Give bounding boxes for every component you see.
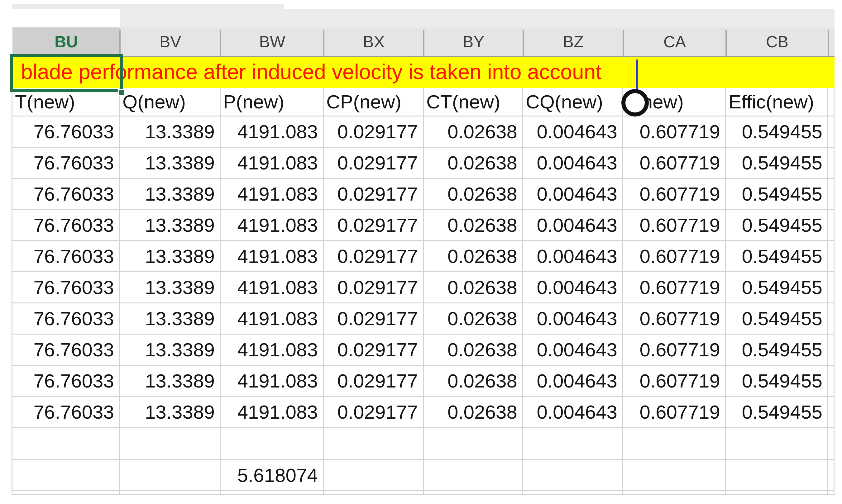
field-header-Tnew[interactable]: T(new): [13, 88, 120, 116]
cell-r3-76.76033[interactable]: 76.76033: [13, 179, 120, 210]
column-header-BW[interactable]: BW: [221, 28, 324, 56]
cell-r3-0.607719[interactable]: 0.607719: [623, 179, 726, 210]
cell-r10-0.004643[interactable]: 0.004643: [523, 397, 623, 428]
column-header-BV[interactable]: BV: [120, 28, 221, 56]
cell-r8-0.549455[interactable]: 0.549455: [726, 335, 828, 366]
cell-r5-4191.083[interactable]: 4191.083: [221, 241, 324, 272]
cell-r5-76.76033[interactable]: 76.76033: [13, 241, 120, 272]
cell-r2-0.004643[interactable]: 0.004643: [523, 148, 623, 179]
cell-r1-0.029177[interactable]: 0.029177: [324, 116, 424, 148]
field-header-Pnew[interactable]: P(new): [221, 88, 324, 116]
cell-r3-0.549455[interactable]: 0.549455: [726, 179, 828, 210]
summary-cell-blank-3[interactable]: [324, 460, 424, 491]
field-header-CTnew[interactable]: CT(new): [424, 88, 523, 116]
cell-r2-0.549455[interactable]: 0.549455: [726, 148, 828, 179]
cell-r1-13.3389[interactable]: 13.3389: [120, 116, 221, 148]
cell-r10-13.3389[interactable]: 13.3389: [120, 397, 221, 428]
cell-r3-0.02638[interactable]: 0.02638: [424, 179, 523, 210]
partial-cell-blank-6[interactable]: [623, 491, 726, 495]
summary-cell-blank-5[interactable]: [523, 460, 623, 491]
cell-r1-0.607719[interactable]: 0.607719: [623, 116, 726, 148]
partial-cell-blank-3[interactable]: [324, 491, 424, 495]
cell-r7-blank-8[interactable]: [828, 303, 835, 335]
partial-cell-blank-7[interactable]: [726, 491, 828, 495]
partial-cell-blank-2[interactable]: [221, 491, 324, 495]
cell-r2-76.76033[interactable]: 76.76033: [13, 148, 120, 179]
cell-r6-0.607719[interactable]: 0.607719: [623, 272, 726, 303]
partial-cell-blank-8[interactable]: [828, 491, 835, 495]
cell-r5-13.3389[interactable]: 13.3389: [120, 241, 221, 272]
cell-r6-13.3389[interactable]: 13.3389: [120, 272, 221, 303]
cell-r4-13.3389[interactable]: 13.3389: [120, 210, 221, 241]
empty-cell-blank-2[interactable]: [221, 428, 324, 460]
cell-r8-13.3389[interactable]: 13.3389: [120, 335, 221, 366]
cell-r6-0.004643[interactable]: 0.004643: [523, 272, 623, 303]
fill-handle[interactable]: [118, 89, 125, 96]
empty-cell-blank-3[interactable]: [324, 428, 424, 460]
cell-r2-0.02638[interactable]: 0.02638: [424, 148, 523, 179]
partial-cell-blank-1[interactable]: [120, 491, 221, 495]
cell-r8-blank-8[interactable]: [828, 335, 835, 366]
partial-cell-blank-4[interactable]: [424, 491, 523, 495]
cell-r5-0.02638[interactable]: 0.02638: [424, 241, 523, 272]
cell-r6-76.76033[interactable]: 76.76033: [13, 272, 120, 303]
cell-r4-0.549455[interactable]: 0.549455: [726, 210, 828, 241]
cell-r9-13.3389[interactable]: 13.3389: [120, 366, 221, 397]
cell-r9-0.607719[interactable]: 0.607719: [623, 366, 726, 397]
partial-cell-blank-0[interactable]: [13, 491, 120, 495]
cell-r8-0.004643[interactable]: 0.004643: [523, 335, 623, 366]
column-header-BZ[interactable]: BZ: [523, 28, 623, 56]
cell-r9-4191.083[interactable]: 4191.083: [221, 366, 324, 397]
summary-cell-blank-1[interactable]: [120, 460, 221, 491]
cell-r1-0.02638[interactable]: 0.02638: [424, 116, 523, 148]
cell-r9-0.549455[interactable]: 0.549455: [726, 366, 828, 397]
cell-r4-76.76033[interactable]: 76.76033: [13, 210, 120, 241]
summary-cell-blank-0[interactable]: [13, 460, 120, 491]
empty-cell-blank-4[interactable]: [424, 428, 523, 460]
empty-cell-blank-8[interactable]: [828, 428, 835, 460]
cell-r4-0.029177[interactable]: 0.029177: [324, 210, 424, 241]
cell-r7-13.3389[interactable]: 13.3389: [120, 303, 221, 335]
cell-r6-4191.083[interactable]: 4191.083: [221, 272, 324, 303]
cell-r9-0.004643[interactable]: 0.004643: [523, 366, 623, 397]
cell-r5-0.607719[interactable]: 0.607719: [623, 241, 726, 272]
column-header-BX[interactable]: BX: [324, 28, 424, 56]
field-header-CQnew[interactable]: CQ(new): [523, 88, 623, 116]
cell-r6-blank-8[interactable]: [828, 272, 835, 303]
cell-r9-0.029177[interactable]: 0.029177: [324, 366, 424, 397]
field-header-Qnew[interactable]: Q(new): [120, 88, 221, 116]
cell-r10-0.02638[interactable]: 0.02638: [424, 397, 523, 428]
column-header-CB[interactable]: CB: [726, 28, 828, 56]
cell-r5-0.549455[interactable]: 0.549455: [726, 241, 828, 272]
column-header-BU[interactable]: BU: [13, 28, 120, 56]
summary-cell-blank-7[interactable]: [726, 460, 828, 491]
cell-r10-0.029177[interactable]: 0.029177: [324, 397, 424, 428]
cell-r2-13.3389[interactable]: 13.3389: [120, 148, 221, 179]
cell-r7-0.02638[interactable]: 0.02638: [424, 303, 523, 335]
cell-r4-0.004643[interactable]: 0.004643: [523, 210, 623, 241]
cell-r9-blank-8[interactable]: [828, 366, 835, 397]
cell-r10-0.549455[interactable]: 0.549455: [726, 397, 828, 428]
cell-r9-76.76033[interactable]: 76.76033: [13, 366, 120, 397]
cell-r6-0.549455[interactable]: 0.549455: [726, 272, 828, 303]
banner-cell-row[interactable]: blade performance after induced velocity…: [13, 57, 835, 88]
cell-r8-0.02638[interactable]: 0.02638: [424, 335, 523, 366]
cell-r4-4191.083[interactable]: 4191.083: [221, 210, 324, 241]
cell-r3-0.029177[interactable]: 0.029177: [324, 179, 424, 210]
cell-r10-4191.083[interactable]: 4191.083: [221, 397, 324, 428]
cell-r5-blank-8[interactable]: [828, 241, 835, 272]
cell-r1-76.76033[interactable]: 76.76033: [13, 116, 120, 148]
cell-r8-0.029177[interactable]: 0.029177: [324, 335, 424, 366]
column-header-BY[interactable]: BY: [424, 28, 523, 56]
empty-cell-blank-7[interactable]: [726, 428, 828, 460]
cell-r1-4191.083[interactable]: 4191.083: [221, 116, 324, 148]
cell-r2-0.029177[interactable]: 0.029177: [324, 148, 424, 179]
cell-r2-0.607719[interactable]: 0.607719: [623, 148, 726, 179]
cell-r1-0.004643[interactable]: 0.004643: [523, 116, 623, 148]
summary-cell-5.618074[interactable]: 5.618074: [221, 460, 324, 491]
cell-r4-0.607719[interactable]: 0.607719: [623, 210, 726, 241]
cell-r8-0.607719[interactable]: 0.607719: [623, 335, 726, 366]
cell-r2-4191.083[interactable]: 4191.083: [221, 148, 324, 179]
cell-r6-0.029177[interactable]: 0.029177: [324, 272, 424, 303]
cell-r7-0.549455[interactable]: 0.549455: [726, 303, 828, 335]
